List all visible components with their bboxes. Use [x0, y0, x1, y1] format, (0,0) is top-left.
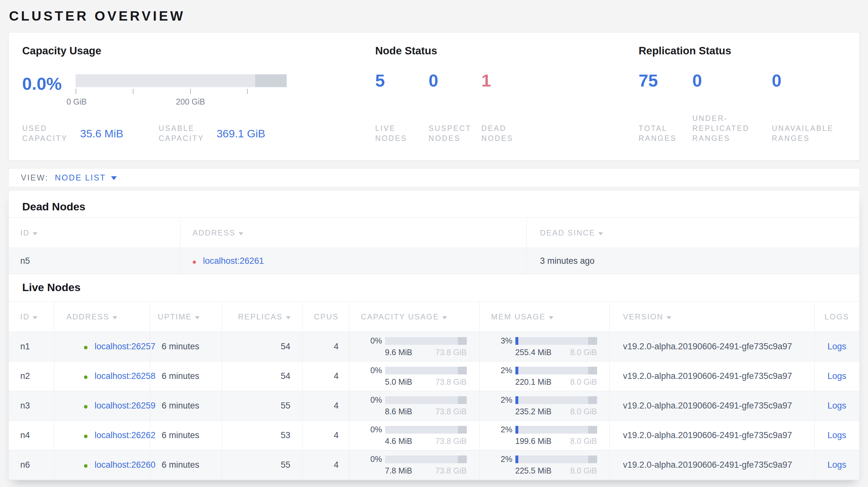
view-selector-bar: VIEW: NODE LIST: [8, 168, 860, 187]
node-dead-dot-icon: [193, 261, 196, 264]
live-node-mem-cell: 2% 220.1 MiB 8.0 GiB: [479, 362, 609, 391]
nodes-content-card: Dead Nodes ID ADDRESS DEAD SINCE n5 loca…: [8, 190, 860, 480]
logs-link[interactable]: Logs: [828, 460, 846, 469]
mem-mini-bar-fill: [516, 337, 518, 345]
live-node-address-link[interactable]: localhost:26262: [95, 430, 155, 440]
live-node-address-link[interactable]: localhost:26260: [95, 460, 155, 469]
sort-desc-icon: [549, 316, 553, 319]
mem-mini-bar-fill: [516, 396, 518, 404]
dead-nodes-label: DEAD NODES: [481, 124, 530, 143]
live-node-row: n1 localhost:26257 6 minutes 54 4 0% 9.6…: [9, 332, 859, 362]
mem-total-value: 8.0 GiB: [570, 377, 597, 387]
mem-mini-bar: [516, 455, 597, 463]
live-node-address-link[interactable]: localhost:26257: [95, 342, 155, 351]
live-col-replicas[interactable]: REPLICAS: [222, 302, 302, 332]
axis-label-200gib: 200 GiB: [176, 97, 205, 106]
capacity-mini-bar-endseg: [458, 367, 467, 375]
capacity-stats: USED CAPACITY 35.6 MiB USABLE CAPACITY 3…: [22, 124, 375, 143]
dead-col-id[interactable]: ID: [9, 218, 180, 248]
live-node-replicas: 55: [222, 450, 302, 480]
node-status-section: Node Status 5 0 1 LIVE NODES SUSPECT NOD…: [375, 45, 639, 143]
used-capacity-label: USED CAPACITY: [22, 124, 71, 143]
live-col-capacity-usage[interactable]: CAPACITY USAGE: [349, 302, 479, 332]
live-node-address-link[interactable]: localhost:26259: [95, 401, 155, 411]
dead-nodes-table: ID ADDRESS DEAD SINCE n5 localhost:26261…: [9, 218, 859, 274]
live-node-id: n4: [9, 421, 54, 450]
live-node-mem-cell: 2% 225.5 MiB 8.0 GiB: [479, 450, 609, 480]
node-live-dot-icon: [84, 434, 88, 438]
live-node-capacity-cell: 0% 5.0 MiB 73.8 GiB: [349, 362, 479, 391]
logs-link[interactable]: Logs: [828, 401, 846, 411]
mem-usage-mini-chart: 2% 199.6 MiB 8.0 GiB: [491, 425, 597, 446]
node-status-heading: Node Status: [375, 45, 639, 57]
dead-col-dead-since[interactable]: DEAD SINCE: [526, 218, 859, 248]
sort-desc-icon: [33, 232, 37, 235]
live-nodes-header-row: ID ADDRESS UPTIME REPLICAS CPUS CAPACITY…: [9, 302, 859, 332]
capacity-usage-mini-chart: 0% 8.6 MiB 73.8 GiB: [361, 395, 467, 416]
dead-node-row: n5 localhost:26261 3 minutes ago: [9, 248, 859, 274]
live-node-uptime: 6 minutes: [150, 391, 222, 421]
capacity-usage-mini-chart: 0% 4.6 MiB 73.8 GiB: [361, 425, 467, 446]
mem-mini-bar-endseg: [588, 337, 597, 345]
live-col-version[interactable]: VERSION: [609, 302, 814, 332]
live-node-replicas: 55: [222, 391, 302, 421]
live-node-version: v19.2.0-alpha.20190606-2491-gfe735c9a97: [609, 332, 814, 362]
sort-desc-icon: [239, 232, 243, 235]
live-col-mem-usage[interactable]: MEM USAGE: [479, 302, 609, 332]
capacity-mini-bar-endseg: [458, 455, 467, 463]
mem-used-value: 235.2 MiB: [516, 407, 552, 416]
live-node-address-cell: localhost:26258: [54, 362, 150, 391]
live-node-version: v19.2.0-alpha.20190606-2491-gfe735c9a97: [609, 421, 814, 450]
live-node-capacity-cell: 0% 9.6 MiB 73.8 GiB: [349, 332, 479, 362]
logs-link[interactable]: Logs: [828, 342, 846, 351]
live-col-logs: LOGS: [814, 302, 859, 332]
live-node-replicas: 53: [222, 421, 302, 450]
capacity-mini-bar: [385, 455, 467, 463]
dead-nodes-count: 1: [481, 70, 546, 90]
live-node-logs-cell: Logs: [814, 391, 859, 421]
live-node-version: v19.2.0-alpha.20190606-2491-gfe735c9a97: [609, 391, 814, 421]
live-node-capacity-cell: 0% 7.8 MiB 73.8 GiB: [349, 450, 479, 480]
live-col-uptime[interactable]: UPTIME: [150, 302, 222, 332]
live-col-cpus: CPUS: [302, 302, 349, 332]
capacity-bar-nonusable-segment: [255, 74, 287, 87]
live-node-uptime: 6 minutes: [150, 332, 222, 362]
mem-usage-mini-chart: 2% 235.2 MiB 8.0 GiB: [491, 395, 597, 416]
suspect-nodes-label: SUSPECT NODES: [429, 124, 475, 143]
dead-node-dead-since: 3 minutes ago: [526, 248, 859, 274]
dead-col-address[interactable]: ADDRESS: [180, 218, 526, 248]
unavailable-ranges-label: UNAVAILABLE RANGES: [772, 124, 844, 143]
mem-mini-bar: [516, 396, 597, 404]
capacity-total-value: 73.8 GiB: [435, 377, 466, 387]
sort-desc-icon: [113, 316, 117, 319]
mem-percent-label: 2%: [491, 366, 513, 375]
live-node-address-link[interactable]: localhost:26258: [95, 371, 155, 381]
capacity-usage-section: Capacity Usage 0.0% 0 GiB 200 GiB USED C…: [22, 45, 375, 143]
mem-percent-label: 2%: [491, 455, 513, 464]
dead-node-id: n5: [9, 248, 180, 274]
mem-total-value: 8.0 GiB: [570, 436, 597, 446]
live-col-address[interactable]: ADDRESS: [54, 302, 150, 332]
capacity-total-value: 73.8 GiB: [435, 466, 466, 476]
sort-desc-icon: [442, 316, 447, 319]
live-node-address-cell: localhost:26259: [54, 391, 150, 421]
live-node-address-cell: localhost:26260: [54, 450, 150, 480]
mem-mini-bar-endseg: [588, 455, 597, 463]
dropdown-caret-icon[interactable]: [111, 176, 117, 180]
mem-total-value: 8.0 GiB: [570, 466, 597, 476]
live-node-cpus: 4: [302, 450, 349, 480]
live-node-cpus: 4: [302, 362, 349, 391]
live-col-id[interactable]: ID: [9, 302, 54, 332]
view-label: VIEW:: [21, 173, 48, 183]
axis-label-0gib: 0 GiB: [67, 97, 87, 106]
view-mode-dropdown[interactable]: NODE LIST: [55, 173, 106, 183]
dead-nodes-header-row: ID ADDRESS DEAD SINCE: [9, 218, 859, 248]
logs-link[interactable]: Logs: [828, 371, 846, 381]
capacity-mini-bar: [385, 337, 467, 345]
node-live-dot-icon: [84, 464, 88, 468]
live-node-capacity-cell: 0% 4.6 MiB 73.8 GiB: [349, 421, 479, 450]
sort-desc-icon: [666, 316, 671, 319]
dead-node-address-link[interactable]: localhost:26261: [203, 256, 264, 266]
logs-link[interactable]: Logs: [828, 430, 846, 440]
live-node-cpus: 4: [302, 332, 349, 362]
